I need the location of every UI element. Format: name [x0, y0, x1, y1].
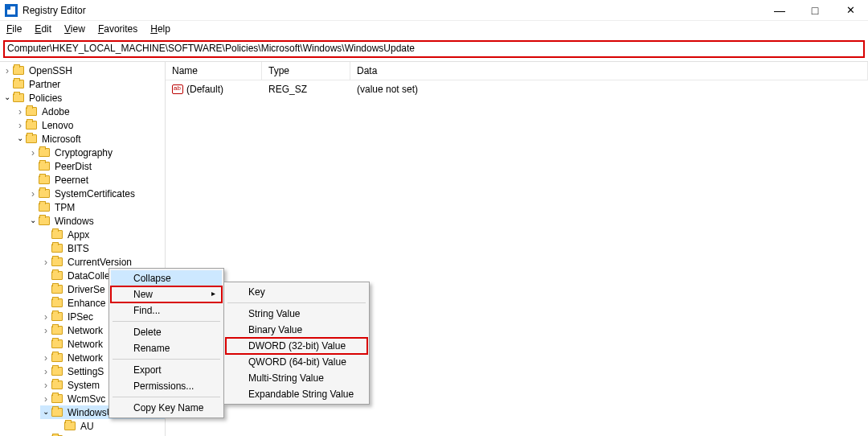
folder-icon — [51, 408, 63, 417]
folder-icon — [51, 380, 63, 389]
list-header: Name Type Data — [166, 62, 868, 80]
reg-string-icon — [172, 84, 183, 94]
chevron-right-icon[interactable] — [27, 147, 39, 158]
separator-icon — [113, 321, 220, 322]
tree-item-lenovo[interactable]: Lenovo — [14, 118, 165, 132]
tree-item-microsoft[interactable]: Microsoft — [14, 132, 165, 146]
tree-item-au[interactable]: AU — [53, 419, 165, 433]
col-type[interactable]: Type — [262, 62, 350, 80]
folder-icon — [51, 339, 63, 348]
tree-item-cryptography[interactable]: Cryptography — [27, 146, 165, 159]
folder-icon — [39, 148, 50, 157]
tree-item-peernet[interactable]: Peernet — [27, 173, 165, 187]
tree-item-openssh[interactable]: OpenSSH — [2, 64, 165, 77]
ctx-new-multistring[interactable]: Multi-String Value — [226, 370, 367, 386]
folder-icon — [26, 121, 37, 130]
tree-item-windows[interactable]: Windows — [27, 214, 165, 228]
chevron-right-icon[interactable] — [14, 106, 26, 117]
ctx-permissions[interactable]: Permissions... — [111, 378, 222, 394]
app-icon — [5, 4, 18, 17]
folder-icon — [51, 326, 63, 335]
chevron-down-icon[interactable] — [14, 134, 26, 143]
ctx-collapse[interactable]: Collapse — [111, 270, 222, 286]
chevron-right-icon[interactable] — [40, 325, 51, 336]
chevron-right-icon[interactable] — [40, 380, 51, 391]
ctx-export[interactable]: Export — [111, 362, 222, 378]
menu-help[interactable]: Help — [149, 23, 172, 35]
tree-item-currentversion[interactable]: CurrentVersion — [40, 255, 165, 269]
tree-item-label: Network — [66, 352, 104, 364]
chevron-right-icon[interactable] — [40, 393, 51, 405]
tree-item-appx[interactable]: Appx — [40, 228, 165, 241]
tree-item-bits[interactable]: BITS — [40, 241, 165, 255]
folder-icon — [26, 107, 37, 116]
tree-item-label: PeerDist — [53, 161, 93, 172]
ctx-rename[interactable]: Rename — [111, 340, 222, 356]
menu-file[interactable]: File — [5, 23, 23, 35]
folder-icon — [51, 244, 63, 253]
ctx-new-key[interactable]: Key — [226, 284, 367, 300]
tree-item-label: Microsoft — [40, 134, 83, 145]
menu-edit[interactable]: Edit — [33, 23, 53, 35]
title-bar: Registry Editor — □ ✕ — [0, 0, 868, 21]
address-bar[interactable]: Computer\HKEY_LOCAL_MACHINE\SOFTWARE\Pol… — [3, 40, 865, 58]
context-submenu-new: Key String Value Binary Value DWORD (32-… — [223, 282, 370, 405]
tree-item-label: Partner — [27, 79, 62, 90]
ctx-delete[interactable]: Delete — [111, 324, 222, 340]
separator-icon — [227, 302, 366, 303]
ctx-new-expstring[interactable]: Expandable String Value — [226, 386, 367, 402]
tree-item-partner[interactable]: Partner — [2, 77, 165, 91]
tree-item-label: Windows — [53, 216, 96, 227]
tree-item-workplacejoin[interactable]: WorkplaceJoin — [40, 433, 165, 436]
list-row[interactable]: (Default) REG_SZ (value not set) — [166, 80, 868, 98]
ctx-new-qword64[interactable]: QWORD (64-bit) Value — [226, 354, 367, 370]
tree-item-adobe[interactable]: Adobe — [14, 105, 165, 118]
chevron-down-icon[interactable] — [27, 216, 39, 225]
minimize-button[interactable]: — — [762, 0, 797, 21]
context-menu-main: Collapse New Find... Delete Rename Expor… — [108, 268, 224, 418]
ctx-new-dword32[interactable]: DWORD (32-bit) Value — [226, 338, 367, 354]
folder-icon — [26, 134, 37, 143]
tree-item-policies[interactable]: Policies — [2, 91, 165, 105]
folder-icon — [13, 66, 24, 75]
tree-item-label: CurrentVersion — [66, 257, 133, 268]
tree-item-label: Peernet — [53, 175, 90, 186]
cell-type: REG_SZ — [262, 82, 350, 97]
separator-icon — [113, 397, 220, 397]
chevron-right-icon[interactable] — [40, 257, 51, 268]
cell-name-label: (Default) — [186, 84, 223, 95]
chevron-right-icon[interactable] — [14, 120, 26, 131]
menu-view[interactable]: View — [63, 23, 87, 35]
chevron-down-icon[interactable] — [40, 408, 51, 417]
tree-item-label: Enhance — [66, 298, 107, 309]
maximize-button[interactable]: □ — [797, 0, 833, 21]
cell-data: (value not set) — [350, 82, 868, 97]
chevron-down-icon[interactable] — [2, 93, 13, 102]
tree-item-tpm[interactable]: TPM — [27, 200, 165, 214]
chevron-right-icon[interactable] — [40, 366, 51, 377]
ctx-new-string[interactable]: String Value — [226, 306, 367, 322]
chevron-right-icon[interactable] — [27, 188, 39, 199]
folder-icon — [51, 312, 63, 321]
folder-icon — [13, 80, 24, 88]
ctx-new-binary[interactable]: Binary Value — [226, 322, 367, 338]
folder-icon — [51, 230, 63, 239]
tree-item-peerdist[interactable]: PeerDist — [27, 159, 165, 173]
ctx-find[interactable]: Find... — [111, 302, 222, 319]
chevron-right-icon[interactable] — [40, 311, 51, 323]
folder-icon — [39, 216, 50, 225]
col-data[interactable]: Data — [350, 62, 868, 80]
separator-icon — [113, 359, 220, 360]
menu-favorites[interactable]: Favorites — [96, 23, 139, 35]
tree-item-label: Adobe — [40, 106, 72, 117]
chevron-right-icon[interactable] — [2, 65, 13, 76]
close-button[interactable]: ✕ — [833, 0, 868, 21]
tree-item-label: DriverSe — [66, 284, 107, 295]
ctx-new[interactable]: New — [111, 286, 222, 302]
tree-item-systemcertificates[interactable]: SystemCertificates — [27, 187, 165, 200]
ctx-copy-key-name[interactable]: Copy Key Name — [111, 400, 222, 416]
menu-bar: File Edit View Favorites Help — [0, 21, 868, 39]
tree-item-label: AU — [79, 421, 96, 432]
chevron-right-icon[interactable] — [40, 352, 51, 364]
col-name[interactable]: Name — [166, 62, 262, 80]
